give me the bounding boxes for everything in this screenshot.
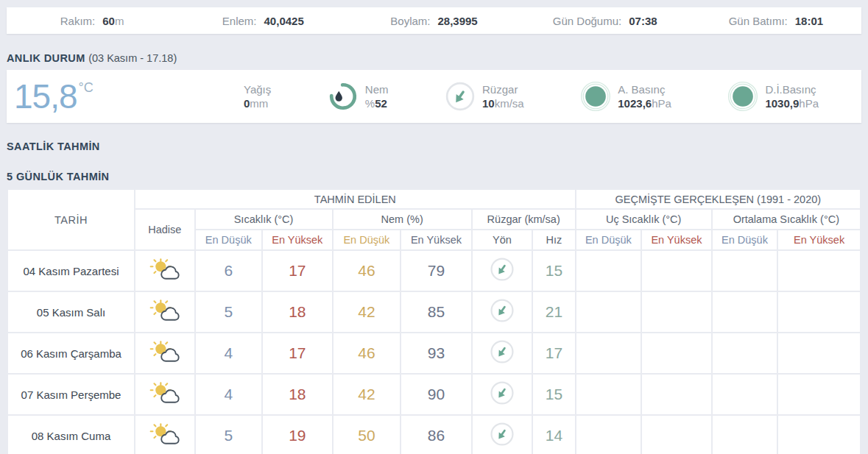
pressure-unit: hPa (652, 97, 671, 110)
forecast-date: 07 Kasım Perşembe (8, 375, 134, 414)
column-header-average-temp: Ortalama Sıcaklık (°C) (713, 210, 860, 229)
partly-cloudy-icon (148, 422, 182, 447)
column-header-extreme-temp: Uç Sıcaklık (°C) (576, 210, 711, 229)
wind-direction-cell (473, 416, 532, 454)
humidity-min-cell: 50 (334, 416, 401, 454)
wind-speed-cell: 15 (533, 251, 574, 291)
pressure-label: A. Basınç (618, 83, 671, 96)
sunrise-value: 07:38 (629, 15, 657, 27)
temp-min-cell: 4 (196, 375, 262, 414)
condition-cell (135, 292, 194, 332)
wind-direction-icon (490, 257, 515, 282)
latitude-item: Enlem: 40,0425 (177, 15, 348, 27)
humidity-min-cell: 46 (334, 333, 401, 373)
historical-extreme-max-cell (642, 416, 711, 454)
hourly-forecast-section-header[interactable]: SAATLİK TAHMİN (7, 141, 861, 152)
historical-extreme-min-cell (576, 333, 641, 373)
sunset-value: 18:01 (795, 15, 823, 27)
altitude-unit: m (115, 15, 124, 27)
humidity-min-cell: 42 (334, 375, 401, 414)
humidity-label: Nem (365, 83, 389, 96)
forecast-date: 04 Kasım Pazartesi (8, 251, 134, 291)
condition-cell (135, 375, 194, 414)
historical-extreme-min-cell (576, 251, 641, 291)
temp-max-cell: 17 (263, 333, 332, 373)
forecast-date: 08 Kasım Cuma (8, 416, 134, 454)
subheader-humidity-min: En Düşük (334, 230, 401, 249)
sea-level-pressure-label: D.İ.Basınç (765, 83, 819, 96)
temp-max-cell: 18 (263, 292, 332, 332)
wind-direction-icon (490, 298, 515, 323)
current-conditions-title[interactable]: ANLIK DURUM (03 Kasım - 17.18) (7, 52, 861, 64)
wind-speed-cell: 17 (533, 333, 574, 373)
historical-average-min-cell (713, 251, 777, 291)
precipitation-unit: mm (250, 97, 268, 110)
forecast-row-friday: 08 Kasım Cuma 5 19 50 86 14 (8, 416, 860, 454)
daily-forecast-section-header[interactable]: 5 GÜNLÜK TAHMİN (7, 171, 861, 182)
temp-min-cell: 6 (196, 251, 262, 291)
altitude-label: Rakım: (60, 15, 96, 27)
subheader-temp-min: En Düşük (196, 230, 262, 249)
longitude-label: Boylam: (390, 15, 430, 27)
condition-cell (135, 251, 194, 291)
altitude-item: Rakım: 60m (7, 15, 177, 27)
column-header-event: Hadise (135, 210, 194, 249)
wind-metric: Rüzgar 10km/sa (445, 81, 524, 112)
historical-average-max-cell (778, 416, 860, 454)
pressure-icon (580, 81, 611, 112)
current-metrics: Yağış 0mm Nem %52 Rüzgar 10km/sa (244, 81, 861, 112)
subheader-average-min: En Düşük (713, 230, 777, 249)
condition-cell (135, 416, 194, 454)
forecast-row-thursday: 07 Kasım Perşembe 4 18 42 90 15 (8, 375, 860, 414)
partly-cloudy-icon (148, 339, 182, 364)
historical-average-max-cell (778, 375, 860, 414)
historical-average-min-cell (713, 333, 777, 373)
daily-forecast-table: TARİH TAHMİN EDİLEN GEÇMİŞTE GERÇEKLEŞEN… (7, 188, 861, 454)
historical-extreme-min-cell (576, 416, 641, 454)
sunset-label: Gün Batımı: (729, 15, 788, 27)
historical-average-min-cell (713, 292, 777, 332)
wind-direction-cell (473, 251, 532, 291)
temperature-unit: °C (79, 80, 93, 96)
humidity-max-cell: 90 (401, 375, 471, 414)
humidity-max-cell: 86 (401, 416, 471, 454)
humidity-prefix: % (365, 97, 375, 110)
wind-speed-cell: 14 (533, 416, 574, 454)
subheader-wind-direction: Yön (473, 230, 532, 249)
weather-page: Rakım: 60m Enlem: 40,0425 Boylam: 28,399… (0, 7, 868, 454)
current-conditions-card: 15,8 °C Yağış 0mm Nem %52 Rüzgar (7, 70, 861, 123)
forecast-row-monday: 04 Kasım Pazartesi 6 17 46 79 15 (8, 251, 860, 291)
historical-average-max-cell (778, 251, 860, 291)
wind-label: Rüzgar (482, 83, 524, 96)
location-info-bar: Rakım: 60m Enlem: 40,0425 Boylam: 28,399… (7, 7, 861, 34)
subheader-extreme-max: En Yüksek (642, 230, 711, 249)
forecast-row-tuesday: 05 Kasım Salı 5 18 42 85 21 (8, 292, 860, 332)
subheader-humidity-max: En Yüksek (401, 230, 471, 249)
current-conditions-title-bold: ANLIK DURUM (7, 52, 85, 64)
historical-extreme-max-cell (642, 375, 711, 414)
sea-level-pressure-metric: D.İ.Basınç 1030,9hPa (727, 81, 819, 112)
humidity-max-cell: 85 (401, 292, 471, 332)
column-header-humidity: Nem (%) (334, 210, 471, 229)
subheader-temp-max: En Yüksek (263, 230, 332, 249)
humidity-max-cell: 79 (401, 251, 471, 291)
wind-direction-icon (490, 422, 515, 447)
temperature-value: 15,8 (14, 74, 77, 118)
wind-direction-cell (473, 292, 532, 332)
historical-average-min-cell (713, 375, 777, 414)
partly-cloudy-icon (148, 257, 182, 282)
current-conditions-timestamp: (03 Kasım - 17.18) (88, 52, 177, 64)
historical-average-max-cell (778, 333, 860, 373)
wind-value: 10 (482, 97, 495, 110)
historical-extreme-max-cell (642, 333, 711, 373)
wind-unit: km/sa (495, 97, 524, 110)
humidity-value: 52 (375, 97, 387, 110)
current-temperature: 15,8 °C (7, 74, 244, 118)
longitude-value: 28,3995 (437, 15, 477, 27)
historical-extreme-max-cell (642, 251, 711, 291)
condition-cell (135, 333, 194, 373)
altitude-value: 60 (102, 15, 115, 27)
pressure-metric: A. Basınç 1023,6hPa (580, 81, 671, 112)
temp-min-cell: 5 (196, 416, 262, 454)
partly-cloudy-icon (148, 298, 182, 323)
